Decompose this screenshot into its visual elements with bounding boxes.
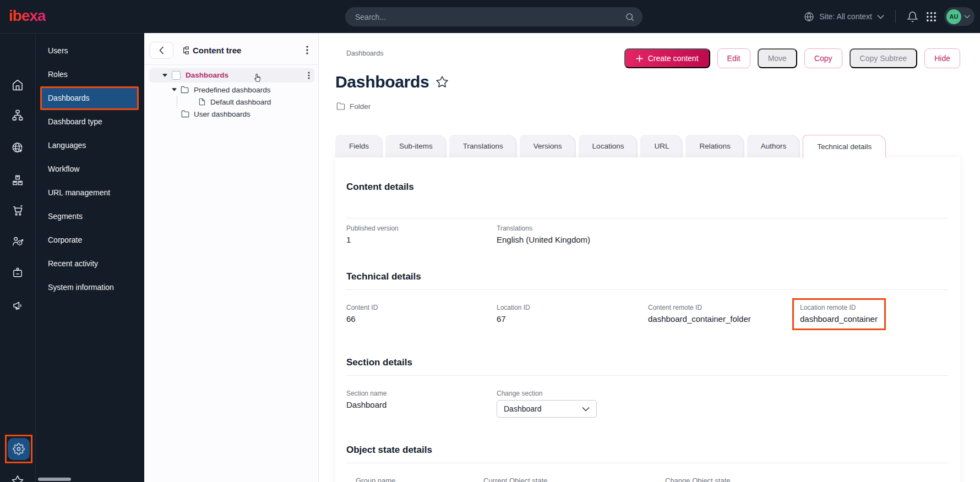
field-label: Translations [497,224,648,232]
tab-authors[interactable]: Authors [747,135,801,157]
global-search[interactable] [345,7,643,26]
bookmark-star-icon[interactable] [435,75,449,89]
tab-fields[interactable]: Fields [335,135,383,157]
tab-locations[interactable]: Locations [579,135,638,157]
breadcrumb[interactable]: Dashboards [346,50,383,57]
tree-node-label[interactable]: Default dashboard [210,98,271,106]
user-menu[interactable]: AU [944,7,974,26]
tab-bar: Fields Sub-items Translations Versions L… [335,135,889,157]
site-globe-icon[interactable] [12,141,24,154]
collapse-tree-button[interactable] [150,42,173,59]
technical-details-panel: Content details Published version 1 Tran… [335,157,960,482]
field-label: Location remote ID [800,304,878,311]
field-value: 67 [497,314,648,324]
field-location-id: Location ID 67 [497,304,648,330]
corporate-badge-icon[interactable] [12,266,24,279]
field-change-section: Change section Dashboard [497,390,648,418]
folder-icon [181,86,189,94]
site-context-switcher[interactable]: Site: All context [804,12,884,22]
tree-node-checkbox[interactable] [172,71,181,80]
edit-button[interactable]: Edit [717,48,750,68]
sidebar-item-dashboards[interactable]: Dashboards [40,86,139,110]
copy-button[interactable]: Copy [804,48,842,68]
column-header: Change Object state [665,476,948,482]
commerce-cart-icon[interactable] [12,204,24,217]
tab-translations[interactable]: Translations [449,135,517,157]
field-label: Content remote ID [648,304,798,311]
notifications-bell-icon[interactable] [907,11,918,23]
tree-node-user-dashboards[interactable]: User dashboards [144,108,319,120]
ibexa-logo: ibexa [9,7,46,25]
product-catalog-icon[interactable] [12,174,24,187]
plus-icon [636,55,643,62]
field-location-remote-id: Location remote ID dashboard_container [798,304,948,330]
tree-options-kebab-icon[interactable] [306,46,308,54]
column-header: Current Object state [483,476,665,482]
sidebar-item-languages[interactable]: Languages [40,134,139,157]
sidebar-item-workflow[interactable]: Workflow [40,157,139,181]
caret-down-icon[interactable] [162,74,167,77]
chevron-down-icon [582,407,590,412]
tree-node-dashboards[interactable]: Dashboards [149,68,314,83]
field-value: 1 [346,235,497,244]
create-content-button[interactable]: Create content [624,48,710,68]
main-content: Dashboards Create content Edit Move Copy… [319,33,980,482]
kebab-menu-icon[interactable] [308,72,310,79]
field-label: Section name [346,390,497,397]
field-value: dashboard_container [800,314,878,324]
copy-subtree-button[interactable]: Copy Subtree [850,48,918,68]
hide-button[interactable]: Hide [924,48,960,68]
folder-icon [336,102,345,111]
annotation-settings-highlight [5,435,32,463]
sidebar-item-users[interactable]: Users [40,39,139,63]
tree-node-label[interactable]: Predefined dashboards [194,86,271,94]
icon-rail [0,33,35,482]
page-title: Dashboards [335,73,429,91]
marketing-megaphone-icon[interactable] [12,299,24,312]
sidebar-item-roles[interactable]: Roles [40,63,139,86]
content-type-label: Folder [350,102,371,111]
content-tree-icon [181,46,190,55]
tree-node-label[interactable]: Dashboards [186,71,228,79]
personalization-icon[interactable] [12,235,24,248]
sidebar-item-dashboard-type[interactable]: Dashboard type [40,110,139,134]
search-input[interactable] [355,13,625,21]
sidebar-item-segments[interactable]: Segments [40,205,139,228]
app-grid-icon[interactable] [926,12,937,22]
field-published-version: Published version 1 [346,224,497,244]
tab-relations[interactable]: Relations [685,135,744,157]
move-button[interactable]: Move [758,48,797,68]
globe-icon [804,12,814,22]
change-section-select[interactable]: Dashboard [497,400,597,418]
sidebar-item-recent-activity[interactable]: Recent activity [40,252,139,276]
mouse-cursor-hand [252,73,264,84]
ibexa-admin-window: ibexa Site: All context [0,0,980,482]
content-tree-panel: Content tree Dashboards Predefined dashb… [144,33,319,482]
home-icon[interactable] [12,79,24,91]
tree-node-label[interactable]: User dashboards [194,110,251,118]
search-icon[interactable] [625,12,635,22]
content-tree-title: Content tree [193,46,241,55]
sidebar-item-system-information[interactable]: System information [40,276,139,299]
tab-technical-details[interactable]: Technical details [803,135,886,158]
tab-sub-items[interactable]: Sub-items [385,135,447,157]
tab-url[interactable]: URL [640,135,683,157]
sidebar-item-corporate[interactable]: Corporate [40,228,139,252]
sidebar-item-url-management[interactable]: URL management [40,181,139,205]
tab-versions[interactable]: Versions [520,135,576,157]
column-header: Group name [356,476,483,482]
tree-node-default-dashboard[interactable]: Default dashboard [144,96,319,108]
favorites-star-icon[interactable] [12,475,24,482]
field-label: Change section [497,390,648,397]
chevron-down-icon [877,14,884,19]
settings-gear-icon[interactable] [8,438,30,460]
content-structure-icon[interactable] [12,109,24,122]
section-heading-technical-details: Technical details [346,271,948,282]
field-value: Dashboard [346,400,497,409]
field-label: Location ID [497,304,648,311]
tree-node-predefined-dashboards[interactable]: Predefined dashboards [144,84,319,96]
caret-down-icon[interactable] [172,88,177,91]
scrollbar-thumb[interactable] [38,478,71,481]
file-icon [198,98,206,106]
field-value: dashboard_container_folder [648,314,798,324]
